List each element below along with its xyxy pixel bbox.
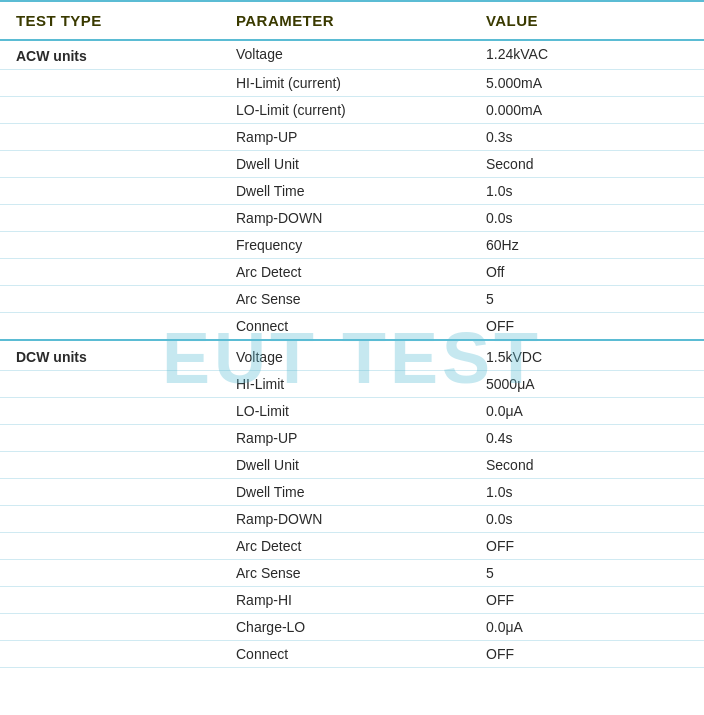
table-row: Ramp-UP0.3s	[0, 124, 704, 151]
table-row: Ramp-UP0.4s	[0, 425, 704, 452]
test-type-cell	[0, 560, 220, 587]
table-row: HI-Limit (current)5.000mA	[0, 70, 704, 97]
value-cell: Second	[470, 151, 704, 178]
table-row: Charge-LO0.0μA	[0, 614, 704, 641]
test-type-cell	[0, 97, 220, 124]
test-type-cell	[0, 641, 220, 668]
value-cell: 1.0s	[470, 479, 704, 506]
table-row: ConnectOFF	[0, 313, 704, 341]
test-type-cell	[0, 587, 220, 614]
param-cell: Dwell Time	[220, 178, 470, 205]
value-cell: 0.0μA	[470, 614, 704, 641]
param-cell: Ramp-UP	[220, 425, 470, 452]
table-row: LO-Limit (current)0.000mA	[0, 97, 704, 124]
value-cell: 5	[470, 560, 704, 587]
value-cell: 1.24kVAC	[470, 40, 704, 70]
param-cell: LO-Limit (current)	[220, 97, 470, 124]
table-row: LO-Limit0.0μA	[0, 398, 704, 425]
value-cell: 60Hz	[470, 232, 704, 259]
test-type-cell	[0, 313, 220, 341]
test-type-cell	[0, 614, 220, 641]
header-value: VALUE	[470, 1, 704, 40]
value-cell: OFF	[470, 533, 704, 560]
value-cell: 1.0s	[470, 178, 704, 205]
header-parameter: PARAMETER	[220, 1, 470, 40]
test-type-cell	[0, 479, 220, 506]
table-row: Ramp-DOWN0.0s	[0, 205, 704, 232]
table-row: HI-Limit5000μA	[0, 371, 704, 398]
param-cell: Ramp-DOWN	[220, 506, 470, 533]
value-cell: 1.5kVDC	[470, 340, 704, 371]
table-row: Frequency60Hz	[0, 232, 704, 259]
param-cell: Arc Detect	[220, 533, 470, 560]
value-cell: 5000μA	[470, 371, 704, 398]
param-cell: Connect	[220, 313, 470, 341]
test-type-cell	[0, 425, 220, 452]
param-cell: Connect	[220, 641, 470, 668]
value-cell: 0.000mA	[470, 97, 704, 124]
main-table: TEST TYPE PARAMETER VALUE ACW unitsVolta…	[0, 0, 704, 668]
value-cell: OFF	[470, 587, 704, 614]
value-cell: 5.000mA	[470, 70, 704, 97]
param-cell: Arc Sense	[220, 560, 470, 587]
table-row: Dwell Time1.0s	[0, 479, 704, 506]
test-type-cell	[0, 452, 220, 479]
test-type-cell	[0, 371, 220, 398]
table-row: Dwell Time1.0s	[0, 178, 704, 205]
param-cell: Dwell Time	[220, 479, 470, 506]
table-row: ACW unitsVoltage1.24kVAC	[0, 40, 704, 70]
value-cell: 5	[470, 286, 704, 313]
value-cell: 0.3s	[470, 124, 704, 151]
value-cell: 0.0μA	[470, 398, 704, 425]
table-row: DCW unitsVoltage1.5kVDC	[0, 340, 704, 371]
table-row: Arc Sense5	[0, 560, 704, 587]
test-type-cell	[0, 506, 220, 533]
test-type-cell	[0, 70, 220, 97]
table-row: Dwell UnitSecond	[0, 452, 704, 479]
param-cell: Voltage	[220, 340, 470, 371]
test-type-cell	[0, 259, 220, 286]
value-cell: 0.0s	[470, 506, 704, 533]
table-row: ConnectOFF	[0, 641, 704, 668]
param-cell: Arc Sense	[220, 286, 470, 313]
table-row: Ramp-HIOFF	[0, 587, 704, 614]
param-cell: Ramp-UP	[220, 124, 470, 151]
param-cell: Ramp-DOWN	[220, 205, 470, 232]
test-type-cell: ACW units	[0, 40, 220, 70]
test-type-cell: DCW units	[0, 340, 220, 371]
param-cell: Voltage	[220, 40, 470, 70]
param-cell: HI-Limit (current)	[220, 70, 470, 97]
test-type-cell	[0, 124, 220, 151]
table-row: Arc Sense5	[0, 286, 704, 313]
test-type-cell	[0, 178, 220, 205]
test-type-cell	[0, 286, 220, 313]
param-cell: Charge-LO	[220, 614, 470, 641]
table-row: Dwell UnitSecond	[0, 151, 704, 178]
test-type-cell	[0, 232, 220, 259]
param-cell: Frequency	[220, 232, 470, 259]
table-header-row: TEST TYPE PARAMETER VALUE	[0, 1, 704, 40]
test-type-cell	[0, 151, 220, 178]
test-type-cell	[0, 205, 220, 232]
table-row: Arc DetectOff	[0, 259, 704, 286]
param-cell: Arc Detect	[220, 259, 470, 286]
header-test-type: TEST TYPE	[0, 1, 220, 40]
param-cell: Dwell Unit	[220, 151, 470, 178]
table-row: Ramp-DOWN0.0s	[0, 506, 704, 533]
value-cell: OFF	[470, 313, 704, 341]
value-cell: 0.0s	[470, 205, 704, 232]
table-row: Arc DetectOFF	[0, 533, 704, 560]
value-cell: Second	[470, 452, 704, 479]
param-cell: LO-Limit	[220, 398, 470, 425]
value-cell: Off	[470, 259, 704, 286]
test-type-cell	[0, 533, 220, 560]
value-cell: OFF	[470, 641, 704, 668]
param-cell: HI-Limit	[220, 371, 470, 398]
param-cell: Ramp-HI	[220, 587, 470, 614]
value-cell: 0.4s	[470, 425, 704, 452]
param-cell: Dwell Unit	[220, 452, 470, 479]
test-type-cell	[0, 398, 220, 425]
